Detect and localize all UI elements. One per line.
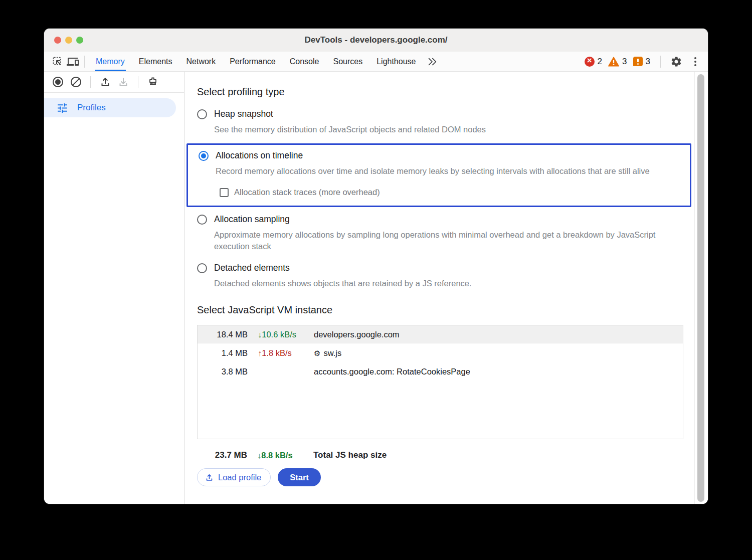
vm-instance-row[interactable]: 1.4 MB ↑1.8 kB/s sw.js [198,344,683,362]
vm-name: sw.js [323,348,341,358]
warning-icon [608,57,619,67]
issues-icon [633,57,643,66]
tab-lighthouse[interactable]: Lighthouse [369,52,423,71]
record-icon[interactable] [50,75,65,90]
kebab-menu-icon[interactable] [688,54,703,69]
window-title: DevTools - developers.google.com/ [44,35,708,45]
collect-garbage-icon[interactable] [145,75,160,90]
divider [660,56,661,68]
option-label[interactable]: Allocation sampling [214,214,290,225]
checkbox-allocation-stack-traces[interactable] [220,188,229,197]
total-heap-label: Total JS heap size [313,450,688,460]
option-detached-elements: Detached elements Detached elements show… [197,263,688,289]
option-description: Approximate memory allocations by sampli… [214,229,688,252]
checkbox-label[interactable]: Allocation stack traces (more overhead) [234,188,380,197]
vm-name: accounts.google.com: RotateCookiesPage [314,367,470,377]
load-profile-icon[interactable] [98,75,113,90]
allocations-timeline-highlight-box: Allocations on timeline Record memory al… [186,143,691,207]
load-profile-button[interactable]: Load profile [197,468,271,486]
tune-sliders-icon [56,102,69,114]
tab-memory[interactable]: Memory [89,52,132,71]
option-label[interactable]: Detached elements [214,263,290,273]
sidebar-item-label: Profiles [77,103,106,113]
option-label[interactable]: Heap snapshot [214,109,273,119]
scrollbar-track[interactable] [694,72,708,504]
total-heap-rate: ↓8.8 kB/s [257,451,303,460]
radio-allocation-sampling[interactable] [197,215,207,225]
panel-tabs: Memory Elements Network Performance Cons… [89,52,423,71]
option-heap-snapshot: Heap snapshot See the memory distributio… [197,109,688,135]
profiling-type-heading: Select profiling type [197,86,688,98]
heap-rate: ↑1.8 kB/s [258,348,304,358]
scrollbar-thumb[interactable] [697,74,704,502]
save-profile-icon[interactable] [116,75,131,90]
warning-count-badge[interactable]: 3 [608,57,627,67]
divider [138,76,138,88]
error-count-badge[interactable]: 2 [585,57,602,67]
vm-instance-heading: Select JavaScript VM instance [197,304,688,316]
start-button[interactable]: Start [278,468,321,486]
vm-name: developers.google.com [314,330,400,339]
issues-count-badge[interactable]: 3 [633,57,650,67]
divider [84,56,85,68]
tab-sources[interactable]: Sources [326,52,369,71]
error-icon [585,57,595,67]
vm-instance-row[interactable]: 18.4 MB ↓10.6 kB/s developers.google.com [198,325,683,344]
titlebar: DevTools - developers.google.com/ [44,29,708,52]
radio-allocations-on-timeline[interactable] [199,151,209,161]
option-description: Detached elements shows objects that are… [214,278,688,289]
tab-console[interactable]: Console [283,52,326,71]
memory-sidebar: Profiles [44,72,184,504]
vm-instance-row[interactable]: 3.8 MB accounts.google.com: RotateCookie… [198,362,683,381]
devtools-window: DevTools - developers.google.com/ Memory… [44,29,708,504]
devtools-tabbar: Memory Elements Network Performance Cons… [44,52,708,72]
radio-detached-elements[interactable] [197,263,207,273]
tab-performance[interactable]: Performance [223,52,283,71]
vm-instance-table: 18.4 MB ↓10.6 kB/s developers.google.com… [197,325,683,439]
divider [90,76,91,88]
heap-rate: ↓10.6 kB/s [258,330,304,339]
radio-heap-snapshot[interactable] [197,109,207,119]
inspect-element-icon[interactable] [50,54,65,69]
heap-size: 3.8 MB [198,367,248,377]
total-heap-size: 23.7 MB [197,450,247,460]
option-allocation-sampling: Allocation sampling Approximate memory a… [197,214,688,252]
total-heap-row: 23.7 MB ↓8.8 kB/s Total JS heap size [197,450,688,460]
option-description: Record memory allocations over time and … [216,165,680,177]
option-description: See the memory distribution of JavaScrip… [214,124,688,135]
device-toolbar-icon[interactable] [65,54,80,69]
clear-all-profiles-icon[interactable] [68,75,83,90]
memory-main-panel: Select profiling type Heap snapshot See … [184,72,708,504]
upload-icon [205,473,214,482]
profiles-toolbar [44,72,184,93]
heap-size: 1.4 MB [198,348,248,358]
sidebar-item-profiles[interactable]: Profiles [44,98,176,117]
load-profile-label: Load profile [218,473,261,482]
more-tabs-icon[interactable] [425,54,440,69]
settings-gear-icon[interactable] [669,54,684,69]
option-label[interactable]: Allocations on timeline [216,150,303,161]
tab-elements[interactable]: Elements [132,52,179,71]
service-worker-gear-icon [314,348,320,358]
heap-size: 18.4 MB [198,330,248,339]
tab-network[interactable]: Network [179,52,223,71]
